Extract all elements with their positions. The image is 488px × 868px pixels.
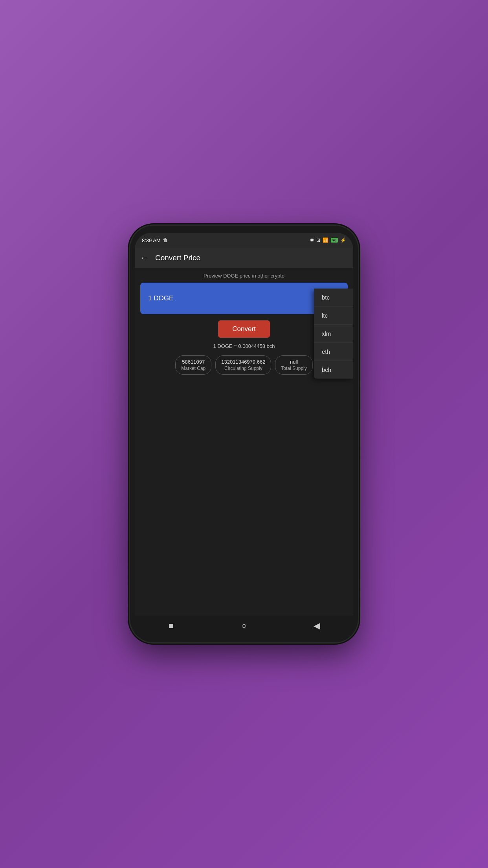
circulating-supply-box: 132011346979.662 Circulating Supply <box>215 355 271 375</box>
time-label: 8:39 AM <box>142 237 161 243</box>
phone-bottom <box>135 636 353 642</box>
status-bar: 8:39 AM 🗑 ✱ ⊡ 📶 96 ⚡ <box>135 233 353 248</box>
dropdown-item-bch[interactable]: bch <box>314 361 353 379</box>
delete-icon: 🗑 <box>163 237 168 243</box>
market-cap-box: 58611097 Market Cap <box>175 355 211 375</box>
app-bar: ← Convert Price <box>135 248 353 268</box>
bluetooth-icon: ✱ <box>310 237 314 243</box>
dropdown-item-ltc[interactable]: ltc <box>314 307 353 325</box>
sim-icon: ⊡ <box>316 237 320 243</box>
back-nav-button[interactable]: ◀ <box>307 618 327 634</box>
dropdown-item-btc[interactable]: btc <box>314 289 353 307</box>
total-supply-value: null <box>281 359 306 365</box>
page-title: Convert Price <box>155 254 348 262</box>
market-cap-label: Market Cap <box>181 366 205 371</box>
circulating-supply-value: 132011346979.662 <box>221 359 265 365</box>
dropdown-item-eth[interactable]: eth <box>314 343 353 361</box>
app-content: Preview DOGE price in other crypto 1 DOG… <box>135 268 353 616</box>
circulating-supply-label: Circulating Supply <box>221 366 265 371</box>
phone-screen: 8:39 AM 🗑 ✱ ⊡ 📶 96 ⚡ ← Convert Price Pre… <box>135 233 353 642</box>
doge-amount: 1 DOGE <box>148 294 173 302</box>
total-supply-label: Total Supply <box>281 366 306 371</box>
subtitle: Preview DOGE price in other crypto <box>135 268 353 283</box>
total-supply-box: null Total Supply <box>275 355 312 375</box>
wifi-icon: 📶 <box>323 237 328 243</box>
market-cap-value: 58611097 <box>181 359 205 365</box>
status-time: 8:39 AM 🗑 <box>142 237 168 243</box>
status-icons: ✱ ⊡ 📶 96 ⚡ <box>310 237 346 243</box>
recents-button[interactable]: ■ <box>161 618 181 634</box>
home-button[interactable]: ○ <box>234 618 254 634</box>
dropdown-item-xlm[interactable]: xlm <box>314 325 353 343</box>
battery-icon: 96 <box>331 238 338 243</box>
convert-button[interactable]: Convert <box>218 320 270 338</box>
phone-shell: 8:39 AM 🗑 ✱ ⊡ 📶 96 ⚡ ← Convert Price Pre… <box>130 226 358 642</box>
charging-icon: ⚡ <box>340 237 346 243</box>
nav-bar: ■ ○ ◀ <box>135 616 353 636</box>
back-button[interactable]: ← <box>140 254 149 262</box>
crypto-dropdown[interactable]: btc ltc xlm eth bch <box>314 289 353 379</box>
